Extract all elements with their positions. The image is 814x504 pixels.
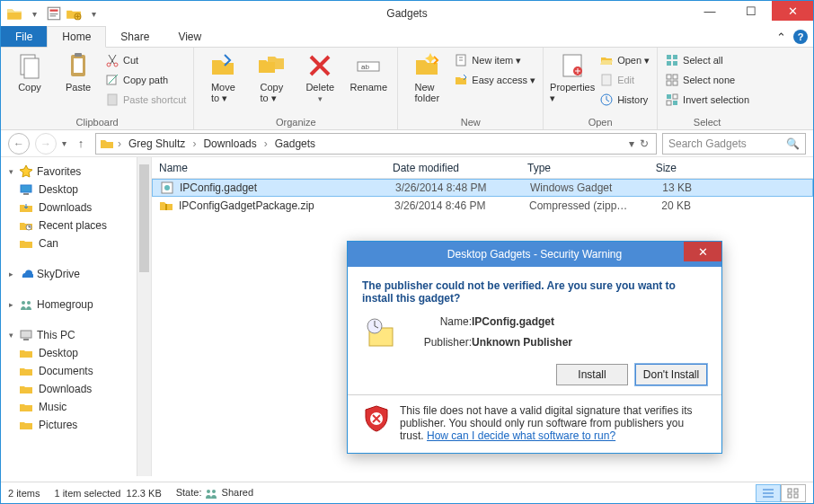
dialog-headline: The publisher could not be verified. Are… [362, 279, 707, 305]
svg-point-44 [212, 490, 216, 493]
svg-point-43 [207, 490, 210, 493]
svg-rect-29 [667, 94, 671, 99]
col-date[interactable]: Date modified [385, 162, 520, 174]
recent-dropdown-icon[interactable]: ▾ [62, 138, 66, 148]
forward-button[interactable]: → [35, 133, 57, 155]
svg-rect-12 [107, 75, 116, 84]
col-size[interactable]: Size [628, 162, 684, 174]
svg-rect-34 [23, 193, 29, 195]
nav-homegroup[interactable]: ▸Homegroup [1, 296, 151, 314]
dont-install-button[interactable]: Don't Install [635, 364, 707, 385]
status-selsize: 12.3 KB [127, 488, 162, 499]
nav-pc-desktop[interactable]: Desktop [1, 344, 151, 362]
gadget-icon [160, 181, 174, 195]
nav-can[interactable]: Can [1, 234, 151, 252]
breadcrumb-seg[interactable]: Greg Shultz [125, 137, 189, 150]
tab-share[interactable]: Share [106, 26, 164, 47]
select-all-button[interactable]: Select all [665, 51, 749, 69]
nav-scrollbar[interactable] [137, 157, 151, 476]
easy-access-button[interactable]: Easy access ▾ [454, 71, 535, 89]
close-button[interactable]: ✕ [772, 1, 813, 21]
nav-thispc[interactable]: ▾This PC [1, 326, 151, 344]
new-item-button[interactable]: New item ▾ [454, 51, 535, 69]
history-button[interactable]: History [599, 91, 650, 109]
svg-rect-39 [23, 339, 29, 340]
addr-dropdown-icon[interactable]: ▾ [629, 137, 634, 150]
svg-rect-1 [50, 10, 58, 12]
dialog-warning-link[interactable]: How can I decide what software to run? [427, 429, 615, 442]
status-bar: 2 items 1 item selected 12.3 KB State: S… [1, 482, 813, 503]
nav-pc-documents[interactable]: Documents [1, 362, 151, 380]
breadcrumb-seg[interactable]: Gadgets [271, 137, 319, 150]
paste-button[interactable]: Paste [57, 51, 100, 93]
dialog-titlebar[interactable]: Desktop Gadgets - Security Warning ✕ [348, 242, 721, 267]
up-button[interactable]: ↑ [72, 135, 90, 153]
rename-button[interactable]: abRename [347, 51, 390, 93]
icons-view-button[interactable] [781, 484, 806, 502]
col-name[interactable]: Name [152, 162, 385, 174]
column-headers[interactable]: Name Date modified Type Size [152, 157, 813, 179]
properties-icon[interactable] [46, 5, 62, 22]
svg-rect-46 [794, 489, 798, 492]
refresh-icon[interactable]: ↻ [640, 137, 649, 150]
qat-more-icon[interactable]: ▾ [85, 5, 102, 22]
maximize-button[interactable]: ☐ [730, 1, 772, 21]
svg-point-37 [27, 301, 31, 305]
svg-rect-21 [667, 55, 671, 59]
install-button[interactable]: Install [556, 364, 628, 385]
svg-rect-3 [50, 15, 57, 16]
nav-pc-downloads[interactable]: Downloads [1, 380, 151, 398]
new-folder-icon[interactable] [66, 5, 82, 22]
dialog-name-value: IPConfig.gadget [472, 315, 572, 331]
properties-button[interactable]: Properties ▾ [551, 51, 594, 104]
nav-desktop[interactable]: Desktop [1, 181, 151, 199]
nav-pc-music[interactable]: Music [1, 398, 151, 416]
tab-view[interactable]: View [164, 26, 216, 47]
cut-button[interactable]: Cut [105, 51, 186, 69]
status-count: 2 items [8, 488, 40, 499]
svg-rect-31 [667, 101, 671, 105]
svg-rect-13 [108, 94, 117, 105]
tab-file[interactable]: File [1, 26, 47, 47]
copy-path-button[interactable]: Copy path [105, 71, 186, 89]
ribbon-collapse-icon[interactable]: ⌃ [776, 31, 786, 44]
qat-down-icon[interactable]: ▾ [26, 5, 42, 22]
svg-rect-27 [667, 81, 671, 85]
new-folder-button[interactable]: New folder [405, 51, 448, 103]
svg-rect-23 [667, 61, 671, 66]
search-icon: 🔍 [786, 137, 800, 150]
open-button[interactable]: Open ▾ [599, 51, 650, 69]
minimize-button[interactable]: — [689, 1, 730, 21]
copy-to-button[interactable]: Copy to ▾ [250, 51, 293, 104]
svg-rect-28 [673, 81, 677, 85]
svg-rect-8 [74, 58, 83, 73]
edit-button[interactable]: Edit [599, 71, 650, 89]
back-button[interactable]: ← [8, 133, 30, 155]
paste-shortcut-button[interactable]: Paste shortcut [105, 91, 186, 109]
move-to-button[interactable]: Move to ▾ [201, 51, 244, 104]
nav-recent[interactable]: Recent places [1, 217, 151, 234]
nav-favorites[interactable]: ▾Favorites [1, 163, 151, 181]
details-view-button[interactable] [756, 484, 781, 502]
help-icon[interactable]: ? [793, 30, 808, 44]
breadcrumb-seg[interactable]: Downloads [199, 137, 260, 150]
zip-icon [159, 199, 173, 213]
nav-pc-pictures[interactable]: Pictures [1, 416, 151, 434]
svg-rect-32 [673, 101, 677, 105]
address-bar[interactable]: › Greg Shultz › Downloads › Gadgets ▾ ↻ [95, 133, 657, 155]
search-input[interactable]: Search Gadgets 🔍 [662, 133, 806, 155]
svg-point-41 [164, 185, 170, 190]
address-row: ← → ▾ ↑ › Greg Shultz › Downloads › Gadg… [1, 130, 813, 157]
col-type[interactable]: Type [520, 162, 628, 174]
select-none-button[interactable]: Select none [665, 71, 749, 89]
invert-selection-button[interactable]: Invert selection [665, 91, 749, 109]
copy-button[interactable]: Copy [8, 51, 51, 93]
file-row[interactable]: IPConfigGadgetPackage.zip 3/26/2014 8:46… [152, 197, 813, 215]
dialog-close-button[interactable]: ✕ [684, 242, 721, 261]
svg-rect-22 [673, 55, 677, 59]
file-row[interactable]: IPConfig.gadget 3/26/2014 8:48 PM Window… [152, 179, 813, 197]
nav-skydrive[interactable]: ▸SkyDrive [1, 265, 151, 283]
nav-downloads[interactable]: Downloads [1, 199, 151, 217]
delete-button[interactable]: Delete▾ [298, 51, 341, 103]
tab-home[interactable]: Home [47, 26, 106, 48]
